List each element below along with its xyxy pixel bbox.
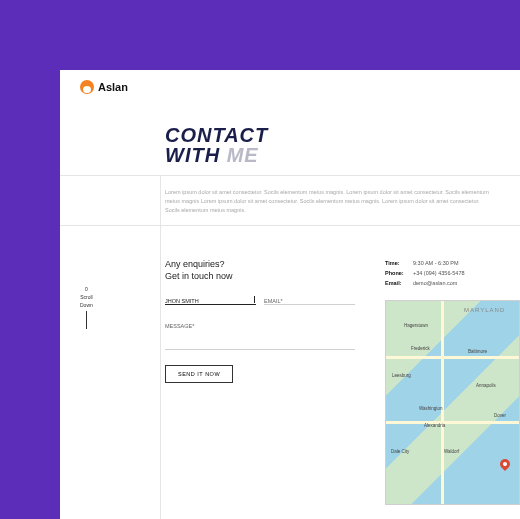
- info-time-value: 9:30 AM - 6:30 PM: [413, 258, 459, 268]
- map-city: Alexandria: [424, 423, 445, 428]
- road-icon: [386, 421, 520, 424]
- map-city: Baltimore: [468, 349, 487, 354]
- arrow-down-icon: [86, 311, 87, 329]
- map-city: Leesburg: [392, 373, 411, 378]
- map-pin-icon: [498, 457, 512, 471]
- info-time-label: Time:: [385, 258, 413, 268]
- send-button[interactable]: SEND IT NOW: [165, 365, 233, 383]
- map-city: Dover: [494, 413, 506, 418]
- divider: [160, 175, 161, 519]
- title-line-1: CONTACT: [165, 125, 268, 145]
- name-input[interactable]: JHON SMITH: [165, 295, 256, 305]
- road-icon: [386, 356, 520, 359]
- brand-name: Aslan: [98, 81, 128, 93]
- map-city: Dale City: [391, 449, 409, 454]
- page-title: CONTACT WITH ME: [165, 125, 268, 165]
- page: Aslan CONTACT WITH ME Lorem ipsum dolor …: [60, 70, 520, 519]
- map-city: Waldorf: [444, 449, 459, 454]
- title-line-2: WITH ME: [165, 145, 268, 165]
- message-input[interactable]: MESSAGE*: [165, 320, 355, 350]
- map-city: Annapolis: [476, 383, 496, 388]
- info-email-value: demo@aslan.com: [413, 278, 457, 288]
- info-phone-value: +34 (094) 4356-5478: [413, 268, 465, 278]
- brand-logo[interactable]: Aslan: [80, 80, 128, 94]
- map-city: Frederick: [411, 346, 430, 351]
- contact-form: JHON SMITH EMAIL* MESSAGE* SEND IT NOW: [165, 295, 355, 383]
- road-icon: [441, 301, 444, 505]
- divider: [60, 175, 520, 176]
- info-phone-label: Phone:: [385, 268, 413, 278]
- map-city: Washington: [419, 406, 443, 411]
- location-map[interactable]: MARYLAND Hagerstown Frederick Baltimore …: [385, 300, 520, 505]
- contact-info: Time:9:30 AM - 6:30 PM Phone:+34 (094) 4…: [385, 258, 465, 288]
- enquiry-heading: Any enquiries? Get in touch now: [165, 258, 233, 282]
- scroll-indicator[interactable]: 0 Scroll Down: [80, 285, 93, 329]
- map-city: Hagerstown: [404, 323, 428, 328]
- divider: [60, 225, 520, 226]
- map-region: MARYLAND: [464, 307, 505, 313]
- info-email-label: Email:: [385, 278, 413, 288]
- intro-text: Lorem ipsum dolor sit amet consectetur. …: [165, 188, 490, 215]
- logo-icon: [80, 80, 94, 94]
- email-input[interactable]: EMAIL*: [264, 295, 355, 305]
